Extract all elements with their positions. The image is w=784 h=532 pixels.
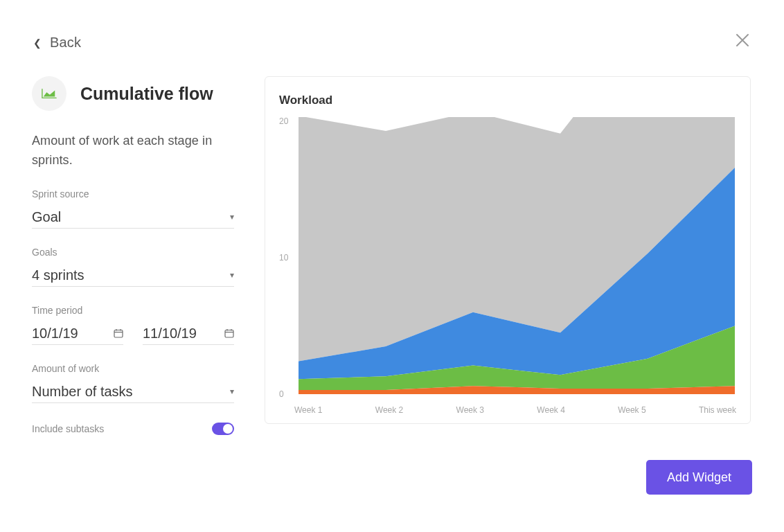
back-label: Back: [50, 35, 81, 51]
amount-select[interactable]: Number of tasks ▾: [32, 381, 234, 403]
x-tick: Week 5: [618, 405, 645, 415]
close-icon: [734, 32, 751, 48]
goals-select[interactable]: 4 sprints ▾: [32, 265, 234, 287]
chart-card: Workload 01020 Week 1Week 2Week 3Week 4W…: [265, 76, 751, 424]
chevron-down-icon: ▾: [230, 387, 234, 396]
x-tick: Week 2: [375, 405, 403, 415]
field-value: Number of tasks: [32, 384, 133, 400]
y-tick: 20: [279, 116, 288, 126]
x-tick: This week: [699, 405, 736, 415]
date-start-value: 10/1/19: [32, 326, 78, 342]
field-amount-of-work: Amount of work Number of tasks ▾: [32, 363, 234, 403]
field-label: Goals: [32, 247, 234, 258]
include-subtasks-toggle[interactable]: [212, 423, 234, 435]
config-panel: Cumulative flow Amount of work at each s…: [32, 76, 234, 435]
svg-rect-4: [225, 330, 233, 338]
chevron-down-icon: ▾: [230, 212, 234, 222]
x-tick: Week 4: [537, 405, 564, 415]
field-label: Time period: [32, 305, 234, 316]
panel-title: Cumulative flow: [80, 84, 213, 104]
chart-title: Workload: [279, 94, 736, 107]
field-label: Amount of work: [32, 363, 234, 374]
date-end-value: 11/10/19: [143, 326, 197, 342]
add-widget-button[interactable]: Add Widget: [646, 460, 752, 495]
back-button[interactable]: ❮ Back: [33, 35, 81, 51]
y-tick: 10: [279, 253, 288, 263]
x-tick: Week 1: [294, 405, 322, 415]
toggle-label: Include subtasks: [32, 423, 104, 434]
date-start-input[interactable]: 10/1/19: [32, 323, 123, 345]
calendar-icon: [224, 328, 234, 338]
chart-area: 01020 Week 1Week 2Week 3Week 4Week 5This…: [279, 117, 736, 415]
panel-subtitle: Amount of work at each stage in sprints.: [32, 132, 234, 170]
field-time-period: Time period 10/1/19 11/10/19: [32, 305, 234, 345]
field-sprint-source: Sprint source Goal ▾: [32, 188, 234, 229]
area-chart: [292, 117, 736, 398]
chevron-left-icon: ❮: [33, 37, 42, 48]
x-tick: Week 3: [456, 405, 484, 415]
field-value: 4 sprints: [32, 267, 84, 283]
field-label: Sprint source: [32, 188, 234, 200]
area-chart-icon: [32, 76, 66, 111]
x-axis-ticks: Week 1Week 2Week 3Week 4Week 5This week: [294, 405, 736, 415]
field-value: Goal: [32, 209, 61, 225]
calendar-icon: [114, 328, 123, 338]
add-widget-label: Add Widget: [667, 470, 731, 485]
chevron-down-icon: ▾: [230, 270, 234, 280]
close-button[interactable]: [731, 29, 754, 51]
panel-title-row: Cumulative flow: [32, 76, 234, 111]
y-tick: 0: [279, 389, 284, 399]
date-end-input[interactable]: 11/10/19: [143, 323, 234, 345]
sprint-source-select[interactable]: Goal ▾: [32, 206, 234, 229]
svg-rect-0: [114, 330, 123, 338]
field-include-subtasks: Include subtasks: [32, 423, 234, 435]
field-goals: Goals 4 sprints ▾: [32, 247, 234, 287]
